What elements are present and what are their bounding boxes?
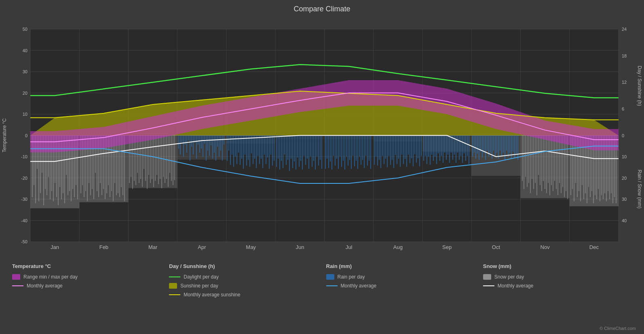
main-chart-svg: 50 40 30 20 10 0 -10 -20 -30 -40 -50 Tem… [0, 15, 644, 256]
svg-text:6: 6 [622, 106, 624, 111]
svg-text:Aug: Aug [393, 244, 403, 250]
svg-text:Apr: Apr [198, 244, 206, 250]
svg-text:10: 10 [23, 112, 27, 117]
svg-text:-10: -10 [21, 154, 27, 159]
legend-item-snow-avg: Monthly average [483, 283, 632, 289]
svg-text:18: 18 [622, 53, 627, 58]
svg-text:20: 20 [23, 91, 27, 96]
sunshine-avg-line [169, 294, 180, 295]
svg-text:Oct: Oct [492, 244, 500, 250]
legend-col-3-title: Rain (mm) [326, 263, 475, 269]
svg-text:Feb: Feb [99, 244, 108, 250]
legend-item-sunshine-avg: Monthly average sunshine [169, 292, 318, 298]
svg-text:0: 0 [25, 133, 27, 138]
legend-item-temp-avg: Monthly average [12, 283, 161, 289]
svg-text:Rain / Snow (mm): Rain / Snow (mm) [637, 170, 642, 208]
svg-text:Day / Sunshine (h): Day / Sunshine (h) [637, 66, 642, 106]
svg-text:Jan: Jan [51, 244, 59, 250]
legend-col-rain: Rain (mm) Rain per day Monthly average [322, 263, 479, 298]
svg-text:Nov: Nov [541, 244, 550, 250]
svg-text:-40: -40 [21, 218, 27, 223]
rain-avg-line [326, 285, 338, 286]
legend-col-temperature: Temperature °C Range min / max per day M… [8, 263, 165, 298]
legend-col-1-title: Temperature °C [12, 263, 161, 269]
svg-text:30: 30 [23, 69, 27, 74]
snow-swatch [483, 274, 491, 280]
svg-text:Mar: Mar [148, 244, 158, 250]
svg-text:Dec: Dec [589, 244, 599, 250]
svg-text:-20: -20 [21, 176, 27, 181]
legend-item-rain-avg: Monthly average [326, 283, 475, 289]
svg-text:-30: -30 [21, 197, 27, 202]
legend-item-sunshine-per-day: Sunshine per day [169, 283, 318, 289]
svg-text:Jul: Jul [346, 244, 353, 250]
legend-item-temp-range: Range min / max per day [12, 274, 161, 280]
rain-swatch [326, 274, 334, 280]
legend-col-sunshine: Day / Sunshine (h) Daylight per day Suns… [165, 263, 322, 298]
svg-text:May: May [246, 244, 256, 250]
copyright-text: © ClimeChart.com [600, 326, 636, 331]
legend-item-rain-per-day: Rain per day [326, 274, 475, 280]
svg-text:40: 40 [622, 218, 627, 223]
legend-col-snow: Snow (mm) Snow per day Monthly average [479, 263, 636, 298]
legend-item-daylight: Daylight per day [169, 274, 318, 280]
snow-avg-line [483, 285, 494, 286]
sunshine-swatch [169, 283, 177, 289]
legend-item-snow-per-day: Snow per day [483, 274, 632, 280]
svg-text:20: 20 [622, 176, 627, 181]
svg-text:-50: -50 [21, 239, 27, 244]
svg-text:Temperature °C: Temperature °C [2, 118, 7, 152]
svg-text:12: 12 [622, 80, 627, 85]
svg-text:Jun: Jun [296, 244, 304, 250]
svg-text:30: 30 [622, 197, 627, 202]
svg-text:24: 24 [622, 27, 627, 32]
page-container: Compare Climate Serre Chevalier Serre Ch… [0, 0, 644, 334]
legend-col-4-title: Snow (mm) [483, 263, 632, 269]
temp-avg-line [12, 285, 23, 286]
daylight-line [169, 277, 180, 277]
temp-range-swatch [12, 274, 20, 280]
svg-text:40: 40 [23, 48, 27, 53]
svg-text:Sep: Sep [442, 244, 452, 250]
svg-text:0: 0 [622, 133, 624, 138]
page-title: Compare Climate [0, 0, 644, 15]
svg-text:10: 10 [622, 154, 627, 159]
legend-col-2-title: Day / Sunshine (h) [169, 263, 318, 269]
svg-text:50: 50 [23, 27, 27, 32]
legend-area: Temperature °C Range min / max per day M… [8, 263, 636, 298]
